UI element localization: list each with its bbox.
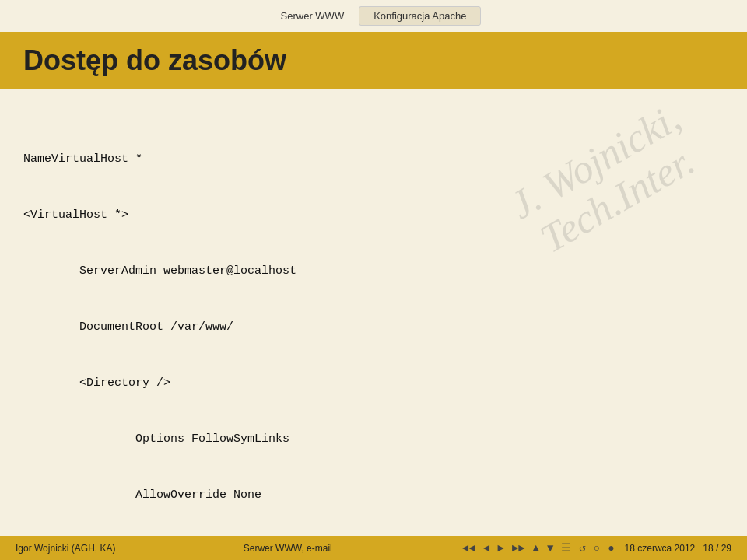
nav-controls: ◄◄ ◄ ► ►► ▲ ▼ ☰ ↺ ○ ● (460, 541, 617, 555)
nav-dot-icon[interactable]: ● (605, 541, 616, 555)
bottom-author: Igor Wojnicki (AGH, KA) (16, 543, 115, 554)
code-line-3: ServerAdmin webmaster@localhost (23, 262, 724, 281)
code-line-1: NameVirtualHost * (23, 150, 724, 169)
nav-item-serwer[interactable]: Serwer WWW (266, 6, 359, 26)
nav-prev-icon[interactable]: ◄ (481, 541, 492, 555)
code-line-6: Options FollowSymLinks (23, 430, 724, 449)
nav-up-icon[interactable]: ▲ (531, 541, 542, 555)
bottom-date: 18 czerwca 2012 (625, 543, 696, 554)
code-line-4: DocumentRoot /var/www/ (23, 318, 724, 337)
bottom-title: Serwer WWW, e-mail (115, 543, 460, 554)
nav-last-icon[interactable]: ►► (510, 541, 528, 555)
bottom-page: 18 / 29 (703, 543, 731, 554)
nav-down-icon[interactable]: ▼ (545, 541, 556, 555)
nav-next-icon[interactable]: ► (495, 541, 506, 555)
bottom-right: ◄◄ ◄ ► ►► ▲ ▼ ☰ ↺ ○ ● 18 czerwca 2012 18… (460, 541, 731, 555)
nav-first-icon[interactable]: ◄◄ (460, 541, 478, 555)
page-title: Dostęp do zasobów (23, 44, 724, 77)
nav-menu-icon[interactable]: ☰ (559, 541, 573, 555)
main-content: J. Wojnicki, Tech.Inter. NameVirtualHost… (0, 89, 747, 560)
code-line-2: <VirtualHost *> (23, 206, 724, 225)
top-nav: Serwer WWW Konfiguracja Apache (0, 0, 747, 32)
nav-item-konfiguracja[interactable]: Konfiguracja Apache (359, 6, 481, 26)
nav-refresh-icon[interactable]: ↺ (577, 541, 587, 555)
bottom-bar: Igor Wojnicki (AGH, KA) Serwer WWW, e-ma… (0, 536, 747, 560)
nav-circle-icon[interactable]: ○ (591, 541, 602, 555)
code-line-7: AllowOverride None (23, 486, 724, 505)
code-block: NameVirtualHost * <VirtualHost *> Server… (23, 113, 724, 560)
title-bar: Dostęp do zasobów (0, 32, 747, 89)
code-line-5: <Directory /> (23, 374, 724, 393)
